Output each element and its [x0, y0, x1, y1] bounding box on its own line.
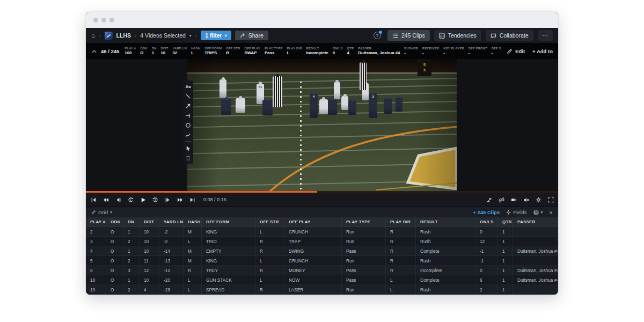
frame-back-button[interactable]: [115, 196, 121, 203]
videos-selected-dropdown[interactable]: 4 Videos Selected: [140, 32, 185, 39]
more-options-button[interactable]: ···: [538, 30, 553, 41]
table-cell: 6: [475, 275, 498, 285]
table-column-header[interactable]: PASSER: [513, 217, 558, 227]
chevron-down-icon[interactable]: ▾: [189, 33, 192, 38]
forward-5-seconds-button[interactable]: 5: [152, 196, 158, 203]
table-column-header[interactable]: PLAY DIR: [386, 217, 416, 227]
clip-field: RESULTIncomplete: [306, 47, 328, 56]
table-cell: KING: [202, 227, 255, 237]
annotation-toolbar: Aa: [183, 80, 193, 164]
fields-button[interactable]: Fields: [506, 209, 526, 215]
table-cell: O: [106, 237, 123, 246]
settings-button[interactable]: [535, 196, 541, 203]
play-button[interactable]: [140, 196, 146, 203]
table-column-header[interactable]: OFF FORM: [202, 217, 255, 227]
close-grid-button[interactable]: ×: [550, 209, 553, 216]
table-column-header[interactable]: HASH: [184, 217, 202, 227]
table-column-header[interactable]: PLAY #: [86, 217, 106, 227]
line-tool[interactable]: [185, 93, 192, 99]
collaborate-button[interactable]: Collaborate: [486, 30, 533, 41]
table-column-header[interactable]: PLAY TYPE: [342, 217, 386, 227]
table-column-header[interactable]: DN: [123, 217, 140, 227]
table-row[interactable]: 5O211-13MKINGLCRUNCHRunRRush-11: [86, 256, 558, 266]
team-logo[interactable]: [105, 32, 113, 40]
rewind-button[interactable]: [103, 196, 109, 203]
table-row[interactable]: 3O210-2LTRIORTRAPRunRRush121: [86, 237, 558, 246]
filter-chip[interactable]: 1 filter ▾: [201, 31, 231, 40]
table-column-header[interactable]: DIST: [140, 217, 159, 227]
back-5-seconds-button[interactable]: 5: [127, 196, 134, 203]
edit-clip-button[interactable]: Edit: [507, 48, 525, 54]
playback-speed-button[interactable]: [486, 196, 492, 203]
table-cell: LASER: [284, 285, 342, 295]
video-progress-bar[interactable]: [86, 191, 558, 193]
table-cell: 6: [86, 266, 106, 275]
home-icon[interactable]: ⌂: [91, 32, 95, 39]
table-row[interactable]: 19O24-26LSPREADRLASERRunLRush21: [86, 285, 558, 295]
clip-field: PLAY TYPEPass: [265, 47, 282, 56]
previous-clip-button[interactable]: [90, 196, 97, 203]
table-cell: R: [255, 237, 284, 246]
clip-field: DIST10: [160, 47, 168, 56]
endpoint-line-tool[interactable]: [185, 112, 192, 119]
table-cell: R: [386, 266, 416, 275]
table-column-header[interactable]: RESULT: [416, 217, 475, 227]
camera-angle-button[interactable]: [510, 196, 517, 203]
table-row[interactable]: 6O312-12RTREYRMONEYPassRIncomplete01Duit…: [86, 266, 558, 275]
ellipse-tool[interactable]: [185, 122, 192, 128]
table-cell: [513, 237, 558, 246]
fullscreen-button[interactable]: [547, 196, 554, 203]
help-button[interactable]: ?: [374, 32, 381, 39]
clips-button[interactable]: 245 Clips: [387, 30, 430, 41]
table-column-header[interactable]: YARD LN: [159, 217, 184, 227]
layout-toggle-button[interactable]: ▾: [533, 210, 543, 215]
tendencies-button[interactable]: Tendencies: [434, 30, 481, 41]
mute-button[interactable]: [523, 196, 529, 203]
desktop-background: ⌂ › LLHS › 4 Videos Selected ▾ › 1 filte…: [0, 0, 644, 322]
window-control-dot[interactable]: [93, 18, 98, 23]
table-row[interactable]: 4O110-14MEMPTYRSWINGPassRComplete-11Duit…: [86, 246, 558, 256]
select-tool[interactable]: [185, 145, 192, 151]
table-cell: Pass: [342, 275, 386, 285]
add-to-button[interactable]: + Add to: [532, 48, 553, 54]
breadcrumb-team[interactable]: LLHS: [116, 32, 131, 39]
window-control-dot[interactable]: [109, 18, 114, 23]
fast-forward-button[interactable]: [177, 196, 183, 203]
clip-field-label: ODK: [140, 47, 147, 50]
clip-field-label: DEF FRONT: [469, 47, 487, 50]
window-control-dot[interactable]: [101, 18, 106, 23]
table-cell: -14: [159, 246, 184, 256]
table-row[interactable]: 2O110-2MKINGLCRUNCHRunRRush01: [86, 227, 558, 237]
arrow-tool[interactable]: [185, 103, 192, 109]
grid-dropdown[interactable]: Grid ▾: [91, 209, 112, 215]
video-frame[interactable]: S X 5143: [187, 59, 457, 191]
freehand-tool[interactable]: [185, 131, 192, 138]
add-clips-link[interactable]: + 245 Clips: [473, 209, 500, 215]
table-column-header[interactable]: OFF PLAY: [284, 217, 342, 227]
table-column-header[interactable]: GN/LS: [475, 217, 498, 227]
table-column-header[interactable]: OFF STR: [255, 217, 284, 227]
table-cell: R: [255, 285, 284, 295]
share-button[interactable]: Share: [235, 31, 268, 40]
delete-annotation-tool[interactable]: [185, 155, 192, 161]
clip-field-value: 100: [125, 50, 136, 56]
table-cell: 3: [86, 237, 106, 246]
table-row[interactable]: 18O110-20LGUN STACKLNOWPassLComplete61Du…: [86, 275, 558, 285]
clip-field-value: 10: [160, 50, 168, 56]
referee-figure: [360, 62, 367, 90]
table-cell: O: [106, 246, 123, 256]
loop-off-button[interactable]: [498, 196, 504, 203]
player-figure: [348, 100, 356, 115]
next-clip-button[interactable]: [189, 196, 195, 203]
collapse-strip-button[interactable]: 46 / 245: [91, 48, 119, 54]
table-cell: 1: [123, 275, 140, 285]
text-tool[interactable]: Aa: [185, 83, 192, 90]
frame-forward-button[interactable]: [164, 196, 171, 203]
clip-field-value: Pass: [265, 50, 282, 56]
table-column-header[interactable]: ODK: [106, 217, 123, 227]
window-titlebar: [86, 12, 558, 28]
clip-field-label: RUSHER: [404, 47, 418, 50]
table-cell: -1: [475, 256, 498, 266]
table-cell: 4: [140, 285, 159, 295]
table-column-header[interactable]: QTR: [498, 217, 513, 227]
